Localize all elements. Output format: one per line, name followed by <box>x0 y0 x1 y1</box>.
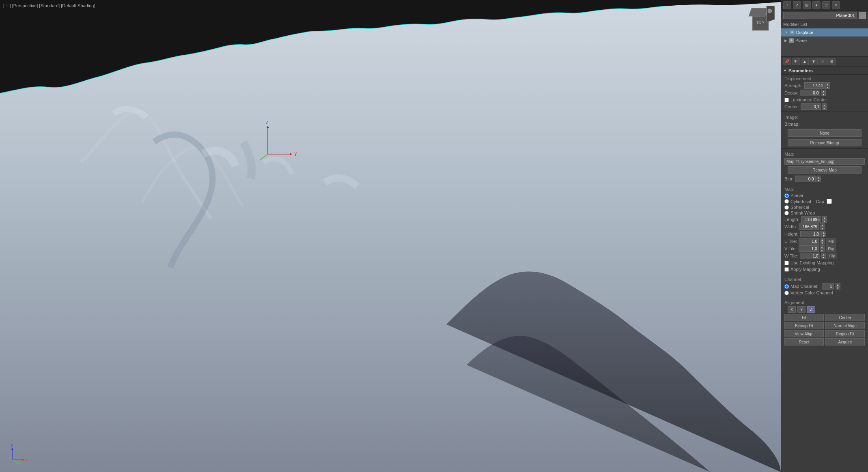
svg-text:Y: Y <box>20 461 23 464</box>
acquire-btn[interactable]: Acquire <box>825 338 865 345</box>
cylindrical-radio[interactable] <box>784 199 789 204</box>
height-up[interactable]: ▲ <box>821 231 826 234</box>
width-down[interactable]: ▼ <box>820 227 825 230</box>
svg-marker-17 <box>11 448 13 450</box>
length-down[interactable]: ▼ <box>822 219 827 223</box>
strength-up[interactable]: ▲ <box>825 82 830 86</box>
object-name-input[interactable] <box>783 12 857 19</box>
map-channel-down[interactable]: ▼ <box>836 286 840 290</box>
u-tile-up[interactable]: ▲ <box>820 238 825 241</box>
modifier-stack: ▼ 👁 Displace ▶ 👁 Plane <box>781 28 868 57</box>
apply-mapping-checkbox[interactable] <box>784 267 789 272</box>
svg-point-12 <box>768 9 772 13</box>
grid-btn[interactable]: ⊞ <box>803 1 811 9</box>
y-btn[interactable]: Y <box>797 306 806 313</box>
pointer-btn[interactable]: ↗ <box>793 1 801 9</box>
move-up-btn[interactable]: ▲ <box>801 58 809 65</box>
fit-btn[interactable]: Fit <box>784 314 824 321</box>
reset-btn[interactable]: Reset <box>784 338 824 345</box>
pin-btn[interactable]: 📌 <box>783 58 791 65</box>
length-up[interactable]: ▲ <box>822 216 827 219</box>
add-btn[interactable]: + <box>783 1 791 9</box>
height-input[interactable] <box>800 231 821 237</box>
show-btn[interactable]: 👁 <box>792 58 800 65</box>
delete-btn[interactable]: ✕ <box>818 58 827 65</box>
v-tile-down[interactable]: ▼ <box>820 249 825 252</box>
v-flip-btn[interactable]: Flip <box>826 245 836 252</box>
view-align-btn[interactable]: View Align <box>784 330 824 337</box>
width-input[interactable] <box>799 223 819 230</box>
star-btn[interactable]: ✦ <box>832 1 840 9</box>
viewport[interactable]: [ + ] [Perspective] [Standard] [Default … <box>0 0 781 472</box>
map-channel-radio[interactable] <box>784 284 789 289</box>
use-existing-mapping-label: Use Existing Mapping <box>790 260 834 265</box>
object-color-swatch[interactable] <box>859 12 866 19</box>
v-tile-input[interactable] <box>799 245 819 252</box>
cylindrical-row: Cylindrical Cap <box>781 198 868 204</box>
config-btn[interactable]: ⚙ <box>827 58 836 65</box>
blur-input[interactable] <box>795 176 816 182</box>
modifier-displace[interactable]: ▼ 👁 Displace <box>781 28 868 36</box>
remove-map-btn[interactable]: Remove Map <box>788 166 862 174</box>
strength-input[interactable] <box>804 82 825 89</box>
vertex-color-radio[interactable] <box>784 291 789 295</box>
map-channel-up[interactable]: ▲ <box>836 283 840 286</box>
luminance-center-checkbox[interactable] <box>784 98 789 102</box>
svg-marker-14 <box>22 459 24 461</box>
length-spinner: ▲ ▼ <box>801 216 827 223</box>
expand-arrow-2: ▶ <box>784 39 787 43</box>
strength-down[interactable]: ▼ <box>825 86 830 89</box>
u-tile-label: U Tile: <box>784 239 797 244</box>
viewport-label: [ + ] [Perspective] [Standard] [Default … <box>3 3 95 8</box>
blur-down[interactable]: ▼ <box>816 179 821 182</box>
bitmap-none-btn[interactable]: None <box>788 129 862 137</box>
center-input[interactable] <box>801 103 821 110</box>
z-btn[interactable]: Z <box>807 306 815 313</box>
bitmap-fit-btn[interactable]: Bitmap Fit <box>784 322 824 329</box>
blur-up[interactable]: ▲ <box>816 176 821 179</box>
parameters-header[interactable]: ▼ Parameters <box>781 67 868 75</box>
length-input[interactable] <box>801 216 821 223</box>
circle-btn[interactable]: ● <box>812 1 821 9</box>
w-tile-input[interactable] <box>800 253 820 259</box>
shrink-wrap-radio[interactable] <box>784 211 789 215</box>
decay-label: Decay: <box>784 90 798 95</box>
center-down[interactable]: ▼ <box>822 107 827 110</box>
decay-down[interactable]: ▼ <box>821 93 826 96</box>
reset-acquire-row: Reset Acquire <box>784 338 865 345</box>
decay-up[interactable]: ▲ <box>821 90 826 93</box>
region-fit-btn[interactable]: Region Fit <box>825 330 865 337</box>
decay-input[interactable] <box>800 90 820 96</box>
move-down-btn[interactable]: ▼ <box>810 58 818 65</box>
width-up[interactable]: ▲ <box>820 223 825 227</box>
navigation-cube[interactable]: TOP <box>744 6 775 36</box>
box-btn[interactable]: ▭ <box>822 1 830 9</box>
planar-radio[interactable] <box>784 193 789 198</box>
u-tile-down[interactable]: ▼ <box>820 241 825 245</box>
w-tile-up[interactable]: ▲ <box>821 253 826 256</box>
map-channel-label: Map Channel: <box>790 284 818 289</box>
cap-checkbox[interactable] <box>827 199 832 204</box>
center-row: Center: ▲ ▼ <box>781 103 868 110</box>
v-tile-up[interactable]: ▲ <box>820 245 825 249</box>
u-tile-input[interactable] <box>799 238 819 245</box>
modifier-plane[interactable]: ▶ 👁 Plane <box>781 36 868 45</box>
map-top-label: Map: <box>781 150 868 157</box>
center-up[interactable]: ▲ <box>822 103 827 107</box>
height-down[interactable]: ▼ <box>821 234 826 237</box>
w-flip-btn[interactable]: Flip <box>827 253 838 259</box>
v-tile-row: V Tile: ▲ ▼ Flip <box>781 245 868 252</box>
remove-bitmap-btn[interactable]: Remove Bitmap <box>788 139 862 146</box>
center-btn[interactable]: Center <box>825 314 865 321</box>
decay-spinner: ▲ ▼ <box>800 90 826 96</box>
channel-label: Channel: <box>781 275 868 283</box>
spherical-radio[interactable] <box>784 205 789 210</box>
u-flip-btn[interactable]: Flip <box>826 238 836 245</box>
shrink-wrap-row: Shrink Wrap <box>781 210 868 216</box>
w-tile-down[interactable]: ▼ <box>821 256 826 259</box>
x-btn[interactable]: X <box>788 306 796 313</box>
normal-align-btn[interactable]: Normal Align <box>825 322 865 329</box>
map-channel-input[interactable] <box>822 283 834 290</box>
use-existing-mapping-checkbox[interactable] <box>784 261 789 265</box>
remove-bitmap-btn-container: Remove Bitmap <box>784 138 865 147</box>
